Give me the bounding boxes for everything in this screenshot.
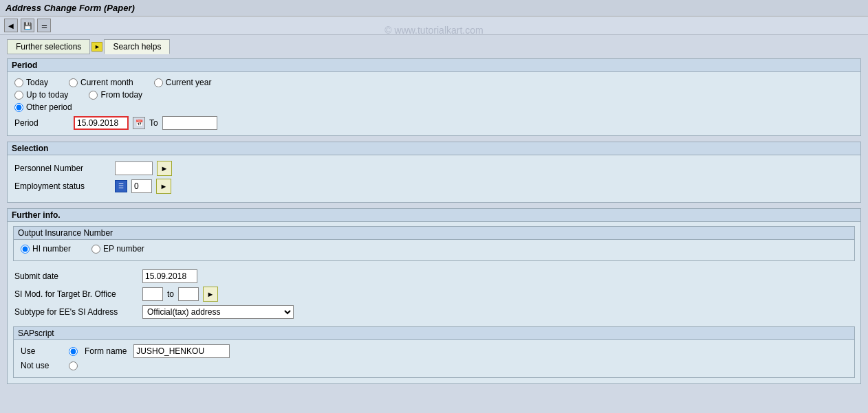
date-picker-btn[interactable]: 📅 xyxy=(133,117,145,129)
radio-today: Today xyxy=(14,78,48,87)
form-name-label: Form name xyxy=(85,346,127,356)
submit-date-row: Submit date xyxy=(14,269,854,283)
radio-hi-number-label: HI number xyxy=(32,244,71,254)
tab-bar: Further selections ► Search helps xyxy=(7,39,861,54)
use-label: Use xyxy=(21,346,62,356)
selection-section-content: Personnel Number ► Employment status ☰ ► xyxy=(8,155,860,202)
radio-today-input[interactable] xyxy=(14,78,23,87)
to-label: To xyxy=(149,118,158,128)
period-section-content: Today Current month Current year Up to t… xyxy=(8,72,860,135)
radio-from-today: From today xyxy=(89,90,142,100)
period-from-input[interactable] xyxy=(74,116,129,130)
output-insurance-content: HI number EP number xyxy=(14,240,854,260)
employment-status-row: Employment status ☰ ► xyxy=(14,179,854,194)
sapscript-notuse-radio[interactable] xyxy=(69,361,78,370)
tab-arrow-icon: ► xyxy=(91,42,102,52)
radio-ep-number-input[interactable] xyxy=(91,245,100,254)
main-content: Further selections ► Search helps Period… xyxy=(0,35,868,394)
sapscript-use-row: Use Form name xyxy=(21,344,847,358)
si-mod-to-input[interactable] xyxy=(178,287,199,301)
not-use-label: Not use xyxy=(21,361,62,370)
radio-current-year-label: Current year xyxy=(166,78,212,87)
personnel-arrow-btn[interactable]: ► xyxy=(157,161,172,176)
title-bar: Address Change Form (Paper) xyxy=(0,0,868,16)
radio-up-to-today-label: Up to today xyxy=(26,90,68,100)
output-insurance-section: Output Insurance Number HI number EP num… xyxy=(13,226,855,261)
radio-other-period: Other period xyxy=(14,102,72,112)
si-mod-from-input[interactable] xyxy=(142,287,163,301)
submit-date-label: Submit date xyxy=(14,271,138,281)
sapscript-use-radio[interactable] xyxy=(69,347,78,356)
submit-date-input[interactable] xyxy=(142,269,197,283)
output-insurance-header: Output Insurance Number xyxy=(14,227,854,240)
radio-hi-number: HI number xyxy=(21,244,71,254)
further-info-fields: Submit date SI Mod. for Target Br. Offic… xyxy=(8,265,860,326)
si-mod-arrow-btn[interactable]: ► xyxy=(203,287,218,302)
period-radio-group: Today Current month Current year xyxy=(14,78,854,87)
insurance-radio-group: HI number EP number xyxy=(21,244,847,254)
sapscript-section: SAPscript Use Form name Not use xyxy=(13,326,855,378)
radio-current-month-label: Current month xyxy=(80,78,133,87)
save-icon[interactable]: 💾 xyxy=(21,19,34,32)
radio-today-label: Today xyxy=(26,78,48,87)
employment-status-icon[interactable]: ☰ xyxy=(115,180,127,192)
period-section-header: Period xyxy=(8,59,860,72)
radio-ep-number: EP number xyxy=(91,244,144,254)
further-info-header: Further info. xyxy=(8,209,860,222)
si-mod-label: SI Mod. for Target Br. Office xyxy=(14,289,138,299)
period-to-input[interactable] xyxy=(162,116,217,130)
period-date-row: Period 📅 To xyxy=(14,116,854,130)
layout-icon[interactable]: ⚌ xyxy=(37,19,51,32)
radio-from-today-label: From today xyxy=(100,90,142,100)
page-title: Address Change Form (Paper) xyxy=(6,3,135,13)
further-info-section: Further info. Output Insurance Number HI… xyxy=(7,208,861,384)
sapscript-content: Use Form name Not use xyxy=(14,340,854,377)
sapscript-notuse-row: Not use xyxy=(21,361,847,370)
subtype-select[interactable]: Official(tax) address Other address xyxy=(142,305,294,319)
radio-current-year-input[interactable] xyxy=(154,78,163,87)
period-field-label: Period xyxy=(14,118,69,128)
personnel-number-label: Personnel Number xyxy=(14,164,111,173)
employment-status-label: Employment status xyxy=(14,181,111,191)
period-radio-group-2: Up to today From today xyxy=(14,90,854,100)
selection-section-header: Selection xyxy=(8,142,860,155)
subtype-row: Subtype for EE's SI Address Official(tax… xyxy=(14,305,854,319)
radio-other-period-input[interactable] xyxy=(14,103,23,112)
radio-current-month-input[interactable] xyxy=(69,78,78,87)
selection-section: Selection Personnel Number ► Employment … xyxy=(7,142,861,203)
form-name-input[interactable] xyxy=(133,344,230,358)
radio-up-to-today-input[interactable] xyxy=(14,91,23,100)
period-radio-group-3: Other period xyxy=(14,102,854,112)
radio-other-period-label: Other period xyxy=(26,102,72,112)
watermark: © www.tutorialkart.com xyxy=(384,25,483,36)
radio-current-year: Current year xyxy=(154,78,212,87)
sapscript-header: SAPscript xyxy=(14,327,854,340)
toolbar: ◀ 💾 ⚌ © www.tutorialkart.com xyxy=(0,16,868,35)
radio-ep-number-label: EP number xyxy=(103,244,144,254)
personnel-number-row: Personnel Number ► xyxy=(14,161,854,176)
radio-from-today-input[interactable] xyxy=(89,91,98,100)
personnel-number-input[interactable] xyxy=(115,161,153,175)
employment-status-input[interactable] xyxy=(131,179,152,193)
further-selections-tab[interactable]: Further selections xyxy=(7,39,90,54)
radio-current-month: Current month xyxy=(69,78,133,87)
employment-arrow-btn[interactable]: ► xyxy=(156,179,171,194)
search-helps-tab[interactable]: Search helps xyxy=(104,39,170,54)
si-mod-row: SI Mod. for Target Br. Office to ► xyxy=(14,287,854,302)
period-section: Period Today Current month Current year xyxy=(7,58,861,136)
si-to-label: to xyxy=(167,289,174,299)
radio-up-to-today: Up to today xyxy=(14,90,68,100)
subtype-label: Subtype for EE's SI Address xyxy=(14,307,138,317)
radio-hi-number-input[interactable] xyxy=(21,245,30,254)
back-icon[interactable]: ◀ xyxy=(4,19,18,32)
